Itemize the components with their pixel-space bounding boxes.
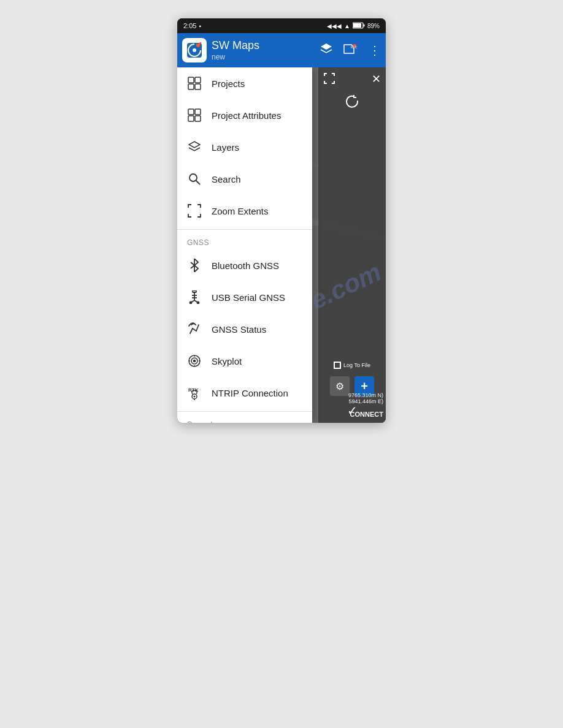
main-content: ✕ Log To File ⚙ + ✓ 9765.310m N) 5941.: [177, 67, 386, 423]
menu-item-search[interactable]: Search: [177, 163, 312, 195]
menu-item-bluetooth-gnss[interactable]: Bluetooth GNSS: [177, 249, 312, 281]
usb-icon: [187, 290, 202, 305]
more-options-icon[interactable]: ⋮: [369, 43, 381, 58]
gnss-status-icon: [187, 322, 202, 336]
refresh-icon[interactable]: [345, 94, 359, 111]
svg-point-42: [194, 360, 196, 362]
divider-2: [177, 411, 312, 412]
gnss-status-label: GNSS Status: [212, 324, 266, 335]
record-header-icon[interactable]: REC: [343, 42, 359, 59]
svg-rect-23: [195, 109, 201, 115]
menu-item-ntrip-connection[interactable]: RTK NTRIP Connection: [177, 377, 312, 409]
svg-line-39: [196, 325, 199, 331]
svg-line-37: [190, 328, 193, 333]
svg-point-34: [197, 302, 199, 304]
easting-coord: 5941.446m E): [348, 398, 383, 404]
status-left: 2:05 ▪: [183, 22, 201, 29]
svg-text:REC: REC: [351, 45, 358, 48]
phone-container: 2:05 ▪ ◀◀◀ ▲ 89%: [177, 18, 386, 423]
svg-rect-18: [188, 77, 194, 83]
svg-rect-20: [188, 84, 194, 89]
svg-line-38: [193, 328, 196, 331]
log-to-file-label: Log To File: [343, 362, 370, 368]
coordinates-display: 9765.310m N) 5941.446m E): [348, 392, 383, 404]
bluetooth-icon: [187, 258, 202, 273]
svg-line-28: [196, 181, 201, 185]
svg-point-49: [194, 396, 196, 398]
status-time: 2:05: [183, 22, 196, 29]
northing-coord: 9765.310m N): [348, 392, 383, 398]
search-icon: [187, 172, 202, 186]
signal-icon: ◀◀◀: [327, 23, 342, 29]
status-bar: 2:05 ▪ ◀◀◀ ▲ 89%: [177, 18, 386, 33]
svg-rect-2: [353, 23, 361, 28]
projects-label: Projects: [212, 78, 245, 89]
svg-rect-22: [188, 109, 194, 115]
log-to-file-checkbox[interactable]: [334, 362, 341, 369]
settings-action-btn[interactable]: ⚙: [330, 376, 350, 396]
layers-label: Layers: [212, 142, 239, 153]
nav-drawer: Projects Project Attributes: [177, 67, 312, 423]
skyplot-label: Skyplot: [212, 356, 242, 366]
menu-item-gnss-status[interactable]: GNSS Status: [177, 313, 312, 345]
zoom-extents-label: Zoom Extents: [212, 206, 269, 216]
app-title-block: SW Maps new: [212, 39, 315, 61]
log-to-file-row: Log To File: [334, 362, 370, 369]
divider-1: [177, 229, 312, 230]
right-panel: ✕ Log To File ⚙ + ✓ 9765.310m N) 5941.: [318, 67, 386, 423]
menu-item-projects[interactable]: Projects: [177, 67, 312, 99]
close-panel-icon[interactable]: ✕: [372, 72, 381, 87]
header-icons: REC ⋮: [320, 42, 381, 59]
menu-item-skyplot[interactable]: Skyplot: [177, 345, 312, 377]
expand-icon[interactable]: [323, 72, 335, 87]
menu-item-project-attributes[interactable]: Project Attributes: [177, 99, 312, 131]
app-subtitle: new: [212, 53, 315, 61]
connect-button[interactable]: CONNECT: [350, 411, 383, 418]
svg-rect-32: [193, 290, 196, 292]
skyplot-icon: [187, 354, 202, 368]
right-panel-top: ✕: [321, 72, 383, 87]
status-right: ◀◀◀ ▲ 89%: [327, 22, 380, 30]
app-logo: [182, 38, 207, 63]
layers-menu-icon: [187, 140, 202, 154]
project-attributes-label: Project Attributes: [212, 110, 281, 121]
usb-serial-gnss-label: USB Serial GNSS: [212, 292, 285, 303]
menu-item-usb-serial-gnss[interactable]: USB Serial GNSS: [177, 281, 312, 313]
svg-rect-25: [195, 116, 201, 121]
svg-point-5: [193, 48, 196, 52]
svg-marker-7: [321, 44, 332, 50]
svg-marker-26: [189, 142, 200, 148]
project-attributes-icon: [187, 108, 202, 123]
svg-point-27: [190, 174, 197, 181]
layers-header-icon[interactable]: [320, 42, 333, 59]
search-label: Search: [212, 174, 241, 184]
svg-rect-21: [195, 84, 201, 89]
battery-level: 89%: [367, 23, 380, 29]
zoom-extents-icon: [187, 203, 202, 218]
svg-rect-1: [363, 24, 364, 26]
svg-rect-24: [188, 116, 194, 121]
gnss-section-header: GNSS: [177, 232, 312, 249]
svg-rect-19: [195, 77, 201, 83]
menu-item-layers[interactable]: Layers: [177, 131, 312, 163]
app-header: SW Maps new REC ⋮: [177, 33, 386, 67]
ntrip-icon: RTK: [187, 385, 202, 400]
svg-point-33: [190, 302, 192, 304]
menu-item-zoom-extents[interactable]: Zoom Extents: [177, 195, 312, 227]
wifi-icon: ▲: [344, 23, 350, 29]
app-title: SW Maps: [212, 39, 315, 53]
bluetooth-gnss-label: Bluetooth GNSS: [212, 260, 279, 271]
projects-icon: [187, 76, 202, 91]
battery-icon: [353, 22, 365, 30]
ntrip-connection-label: NTRIP Connection: [212, 388, 288, 398]
svg-point-6: [196, 44, 200, 47]
record-section-header: Record: [177, 414, 312, 423]
status-sim-icon: ▪: [199, 23, 201, 29]
